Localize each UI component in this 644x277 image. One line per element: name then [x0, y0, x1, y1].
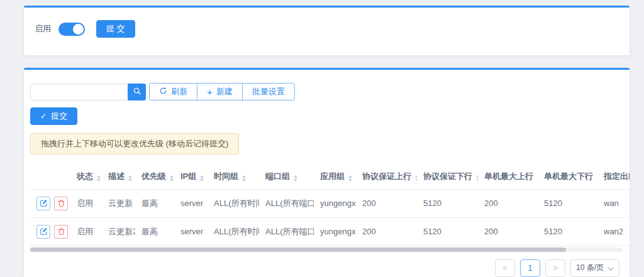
cell-status: 启用 [70, 189, 102, 217]
search-group [30, 84, 146, 100]
horizontal-scrollbar-track[interactable] [30, 247, 623, 252]
col-app-group[interactable]: 应用组 [314, 164, 356, 189]
batch-settings-button[interactable]: 批量设置 [242, 83, 295, 100]
cell-port-group: ALL(所有端口) [259, 217, 314, 246]
new-button[interactable]: + 新建 [197, 83, 243, 100]
submit-label: 提交 [51, 111, 67, 122]
toggle-knob [73, 24, 84, 35]
table-row[interactable]: 启用 云更新 最高 server ALL(所有时间) ALL(所有端口) yun… [30, 189, 630, 217]
col-time-group[interactable]: 时间组 [208, 164, 259, 189]
sort-icon[interactable] [128, 175, 132, 182]
col-port-group[interactable]: 端口组 [259, 164, 314, 189]
enable-submit-button[interactable]: 提 交 [96, 20, 135, 38]
cell-priority: 最高 [135, 189, 174, 217]
cell-app-group: yungengxin [314, 189, 356, 217]
new-label: 新建 [216, 86, 233, 97]
sort-icon[interactable] [537, 175, 538, 182]
cell-ip-group: server [174, 217, 208, 246]
toolbar: 刷新 + 新建 批量设置 [30, 83, 630, 100]
horizontal-scrollbar-thumb[interactable] [30, 247, 566, 252]
refresh-button[interactable]: 刷新 [149, 83, 197, 100]
col-desc[interactable]: 描述 [102, 164, 135, 189]
col-label: 优先级 [142, 171, 166, 181]
delete-button[interactable] [54, 225, 68, 239]
col-status[interactable]: 状态 [70, 164, 102, 189]
col-actions [30, 164, 70, 189]
col-ip-group[interactable]: IP组 [174, 164, 208, 189]
submit-button[interactable]: ✓ 提交 [30, 107, 77, 125]
sort-icon[interactable] [348, 175, 352, 182]
col-label: 单机最大上行 [484, 171, 533, 181]
next-page-button[interactable]: > [545, 259, 565, 277]
col-proto-down[interactable]: 协议保证下行 [417, 164, 478, 189]
col-proto-up[interactable]: 协议保证上行 [356, 164, 417, 189]
cell-port-group: ALL(所有端口) [259, 189, 314, 217]
toolbar-button-group: 刷新 + 新建 批量设置 [149, 83, 295, 100]
col-label: 描述 [108, 171, 125, 181]
sort-icon[interactable] [242, 175, 246, 182]
cell-host-up: 200 [478, 217, 538, 246]
search-button[interactable] [128, 84, 146, 100]
col-label: 时间组 [214, 171, 238, 181]
prev-page-button[interactable]: < [495, 259, 515, 277]
enable-toggle[interactable] [58, 23, 85, 36]
search-input[interactable] [30, 84, 128, 100]
sort-icon[interactable] [476, 175, 478, 182]
col-label: 指定出口 [604, 171, 630, 181]
page-size-label: 10 条/页 [576, 263, 604, 273]
sort-icon[interactable] [597, 175, 597, 182]
col-label: 应用组 [320, 171, 345, 181]
cell-desc: 云更新 [102, 189, 135, 217]
cell-proto-up: 200 [356, 217, 417, 246]
drag-notice: 拖拽行并上下移动可以更改优先级 (移动后记得提交) [30, 133, 239, 155]
cell-status: 启用 [70, 217, 102, 246]
sort-icon[interactable] [415, 175, 417, 182]
chevron-down-icon [608, 264, 614, 273]
col-label: 端口组 [265, 171, 290, 181]
col-label: 状态 [77, 171, 93, 181]
pagination: < 1 > 10 条/页 [24, 259, 619, 277]
col-host-up[interactable]: 单机最大上行 [478, 164, 538, 189]
sort-icon[interactable] [170, 175, 174, 182]
check-icon: ✓ [40, 112, 47, 121]
refresh-icon [159, 87, 167, 97]
col-priority[interactable]: 优先级 [135, 164, 174, 189]
col-label: IP组 [180, 171, 196, 181]
plus-icon: + [207, 87, 213, 97]
page-size-select[interactable]: 10 条/页 [570, 259, 619, 277]
edit-button[interactable] [36, 197, 50, 210]
table-row[interactable]: 启用 云更新2 最高 server ALL(所有时间) ALL(所有端口) yu… [30, 217, 630, 246]
col-label: 单机最大下行 [544, 171, 593, 181]
col-label: 协议保证上行 [362, 171, 411, 181]
delete-button[interactable] [54, 197, 68, 210]
sort-icon[interactable] [294, 175, 297, 182]
cell-proto-down: 5120 [417, 217, 478, 246]
cell-host-up: 200 [478, 189, 538, 217]
cell-time-group: ALL(所有时间) [208, 217, 259, 246]
page-button-1[interactable]: 1 [520, 259, 540, 277]
cell-desc: 云更新2 [102, 217, 135, 246]
search-icon [133, 87, 142, 97]
enable-card: 启用 提 交 [24, 6, 630, 55]
sort-icon[interactable] [97, 175, 101, 182]
col-egress[interactable]: 指定出口 [597, 164, 630, 189]
enable-label: 启用 [35, 23, 51, 35]
rules-table: 状态 描述 优先级 IP组 时间组 端口组 应用组 协议保证上行 协议保证下行 … [30, 164, 630, 246]
sort-icon[interactable] [200, 175, 204, 182]
cell-proto-down: 5120 [417, 189, 478, 217]
cell-egress: wan2 [597, 217, 630, 246]
refresh-label: 刷新 [171, 86, 187, 97]
batch-settings-label: 批量设置 [252, 86, 285, 97]
cell-host-down: 5120 [538, 217, 597, 246]
cell-egress: wan [597, 189, 630, 217]
rules-card: 刷新 + 新建 批量设置 ✓ 提交 拖拽行并上下移动可以更改优先级 (移动后记得… [24, 68, 630, 277]
rules-table-wrap: 状态 描述 优先级 IP组 时间组 端口组 应用组 协议保证上行 协议保证下行 … [30, 164, 630, 246]
cell-host-down: 5120 [538, 189, 597, 217]
cell-app-group: yungengxin [314, 217, 356, 246]
table-header-row: 状态 描述 优先级 IP组 时间组 端口组 应用组 协议保证上行 协议保证下行 … [30, 164, 630, 189]
col-label: 协议保证下行 [423, 171, 472, 181]
col-host-down[interactable]: 单机最大下行 [538, 164, 597, 189]
edit-button[interactable] [36, 225, 50, 239]
cell-time-group: ALL(所有时间) [208, 189, 259, 217]
cell-ip-group: server [174, 189, 208, 217]
